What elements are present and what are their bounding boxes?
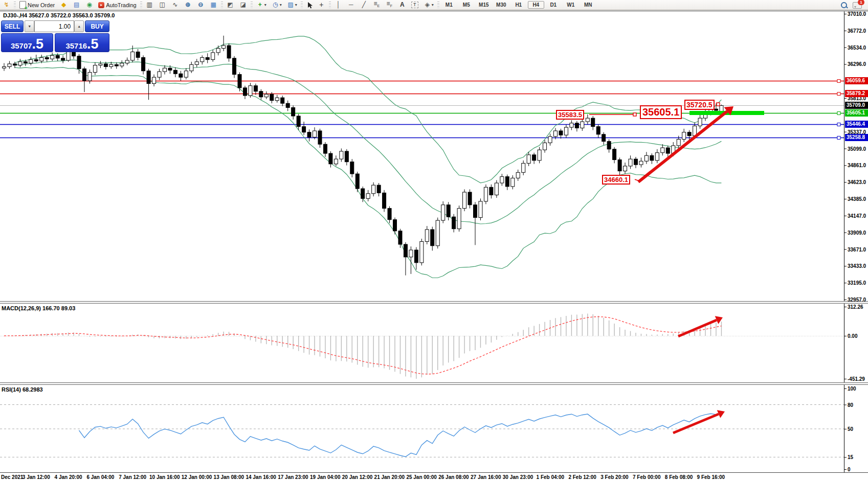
time-axis-label: 1 Feb 04:00: [537, 474, 564, 480]
time-axis-label: 26 Jan 08:00: [438, 474, 469, 480]
rsi-axis-label: 50: [848, 426, 853, 432]
toolbar-grip: [251, 2, 253, 9]
rsi-axis-label: 80: [848, 402, 853, 408]
time-axis-label: 4 Jan 20:00: [55, 474, 82, 480]
time-axis-label: 7 Feb 00:00: [633, 474, 660, 480]
candle-chart-icon: ◫: [159, 1, 166, 9]
timeframe-d1[interactable]: D1: [545, 1, 562, 9]
templates-button[interactable]: ▨▾: [285, 0, 299, 10]
crosshair-icon: +: [318, 1, 325, 9]
macd-label: MACD(12,26,9) 166.70 89.03: [2, 305, 75, 311]
sell-price-frac: .5: [32, 37, 44, 51]
clock-icon: ◷: [272, 1, 279, 9]
equidistant-channel-button[interactable]: ≡E: [371, 0, 383, 10]
price-tick-label: 33195.0: [848, 280, 866, 286]
text-label-icon: T: [411, 2, 418, 8]
radar-icon: ◉: [85, 1, 93, 9]
price-callout-35605.1[interactable]: 35605.1: [640, 105, 682, 119]
crosshair-button[interactable]: +: [316, 0, 327, 10]
price-tick-label: 34861.0: [848, 162, 866, 169]
buy-button[interactable]: BUY: [85, 20, 109, 32]
toolbar-grip: [437, 2, 439, 9]
notifications-button[interactable]: 1: [851, 0, 864, 10]
time-axis-label: 2 Feb 12:00: [568, 474, 596, 480]
time-axis-label: 13 Jan 08:00: [214, 474, 244, 480]
candle-chart-button[interactable]: ◫: [157, 0, 168, 10]
auto-scroll-button[interactable]: ◩: [225, 0, 236, 10]
new-order-icon: [19, 1, 26, 9]
shapes-button[interactable]: ◈▾: [421, 0, 436, 10]
new-order-button[interactable]: New Order: [17, 0, 57, 10]
price-tick-label: 36296.0: [848, 61, 866, 67]
price-callout-34660.1[interactable]: 34660.1: [602, 175, 630, 185]
terminal-button[interactable]: ▤: [71, 0, 82, 10]
bar-chart-button[interactable]: ▥: [144, 0, 155, 10]
price-tick-label: 35099.0: [848, 146, 866, 152]
toolbar-grip: [301, 2, 303, 9]
sell-price-display[interactable]: 35707.5: [1, 33, 53, 52]
price-callout-35583.5[interactable]: 35583.5: [556, 110, 584, 120]
fibonacci-button[interactable]: ≡F: [384, 0, 395, 10]
price-tick-label: 32957.0: [848, 296, 866, 303]
timeframe-w1[interactable]: W1: [563, 1, 579, 9]
zoom-out-button[interactable]: ⊖: [195, 0, 207, 10]
quote-bolt-button[interactable]: ↯: [1, 0, 12, 10]
text-icon: A: [398, 1, 406, 9]
price-callout-35720.5[interactable]: 35720.5: [684, 100, 715, 110]
text-label-button[interactable]: T: [409, 0, 420, 10]
time-axis-label: 20 Jan 12:00: [342, 474, 373, 480]
highlight-button[interactable]: ◆: [58, 0, 70, 10]
time-axis-label: 12 Jan 00:00: [182, 474, 212, 480]
toolbar-grip: [14, 2, 16, 9]
timeframe-m5[interactable]: M5: [458, 1, 475, 9]
tile-windows-button[interactable]: ▦: [208, 0, 219, 10]
text-button[interactable]: A: [396, 0, 408, 10]
vertical-line-icon: │: [335, 1, 342, 9]
chevron-down-icon: ▾: [264, 3, 266, 7]
indicators-button[interactable]: +▾: [254, 0, 269, 10]
macd-pane-splitter[interactable]: [0, 301, 868, 304]
time-axis-label: Dec 2021: [1, 474, 23, 480]
buy-price-display[interactable]: 35716.5: [55, 33, 109, 52]
volume-input[interactable]: 1.00: [34, 20, 74, 32]
price-badge: 35605.1: [845, 109, 868, 117]
volume-increase-button[interactable]: ▲: [74, 20, 84, 32]
rsi-axis-label: 0: [848, 466, 851, 473]
template-icon: ▨: [287, 1, 295, 9]
toolbar-grip: [329, 2, 331, 9]
trendline-icon: ╱: [360, 1, 368, 9]
periods-button[interactable]: ◷▾: [270, 0, 284, 10]
timeframe-m15[interactable]: M15: [476, 1, 492, 9]
timeframe-m1[interactable]: M1: [441, 1, 457, 9]
one-click-trading-panel: SELL ▼ 1.00 ▲ BUY 35707.5 35716.5: [1, 20, 109, 52]
chevron-down-icon: ▾: [280, 3, 282, 7]
macd-axis-label: 0.00: [848, 333, 857, 339]
timeframe-mn[interactable]: MN: [580, 1, 596, 9]
price-tick-label: 34147.0: [848, 213, 866, 219]
chevron-down-icon: ▾: [295, 3, 297, 7]
cursor-button[interactable]: [304, 0, 315, 10]
vertical-line-button[interactable]: │: [332, 0, 344, 10]
price-tick-label: 34385.0: [848, 196, 866, 202]
timeframe-m30[interactable]: M30: [493, 1, 509, 9]
toolbar-grip: [140, 2, 142, 9]
chart-shift-button[interactable]: ◪: [237, 0, 249, 10]
sell-button[interactable]: SELL: [1, 20, 24, 32]
search-button[interactable]: [838, 0, 850, 10]
autotrading-button[interactable]: ▸ AutoTrading: [96, 0, 139, 10]
timeframe-h1[interactable]: H1: [510, 1, 527, 9]
volume-decrease-button[interactable]: ▼: [25, 20, 34, 32]
buy-price-main: 35716: [65, 41, 87, 51]
chevron-down-icon: ▾: [432, 3, 434, 7]
price-badge: 35446.4: [845, 121, 868, 128]
zoom-in-button[interactable]: ⊕: [182, 0, 194, 10]
rsi-pane-splitter[interactable]: [0, 382, 868, 385]
notification-badge: 1: [858, 0, 864, 5]
trendline-button[interactable]: ╱: [358, 0, 370, 10]
chart-canvas[interactable]: [0, 0, 868, 481]
time-axis-label: 9 Feb 16:00: [697, 474, 725, 480]
line-chart-button[interactable]: ∿: [169, 0, 181, 10]
horizontal-line-button[interactable]: ─: [345, 0, 357, 10]
timeframe-h4[interactable]: H4: [528, 1, 544, 9]
signals-button[interactable]: ◉: [83, 0, 95, 10]
